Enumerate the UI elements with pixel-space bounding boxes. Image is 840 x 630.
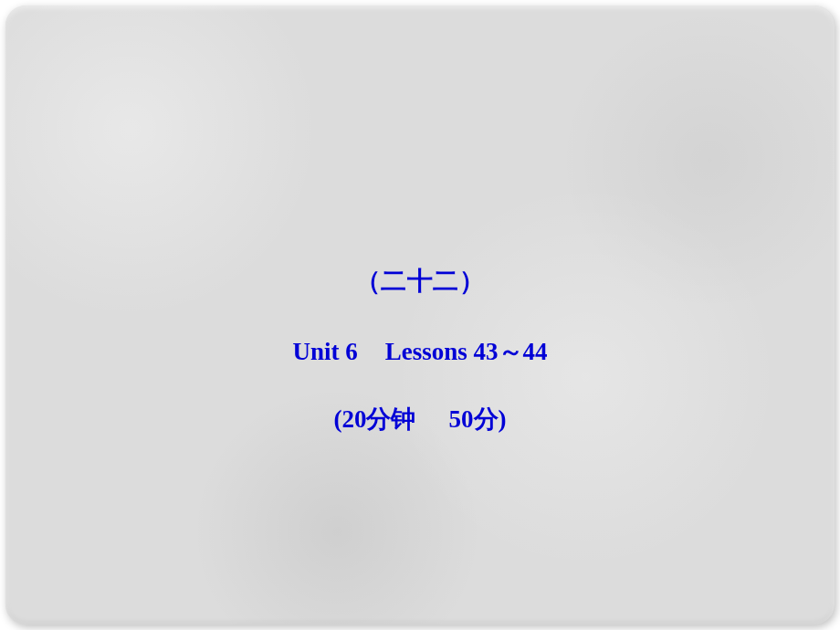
score-label: 50分) — [449, 405, 507, 433]
slide-subtitle: Unit 6Lessons 43～44 — [5, 337, 835, 366]
unit-label: Unit 6 — [292, 338, 357, 365]
slide-surface: （二十二） Unit 6Lessons 43～44 (20分钟50分) — [5, 5, 835, 625]
slide-frame: （二十二） Unit 6Lessons 43～44 (20分钟50分) — [0, 0, 840, 630]
slide-info: (20分钟50分) — [5, 404, 835, 434]
content-block: （二十二） Unit 6Lessons 43～44 (20分钟50分) — [5, 266, 835, 434]
slide-title: （二十二） — [5, 266, 835, 297]
time-label: (20分钟 — [334, 405, 416, 433]
lessons-label: Lessons 43～44 — [385, 338, 548, 365]
